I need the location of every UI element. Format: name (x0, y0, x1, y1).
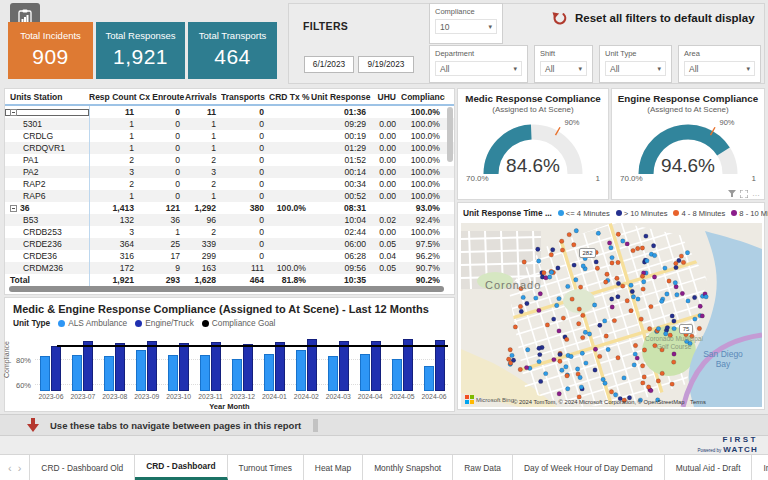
map-incident-dot[interactable] (633, 343, 637, 347)
kpi-card[interactable]: Total Incidents909 (8, 22, 93, 79)
matrix-value-cell[interactable]: 0 (221, 119, 269, 129)
gauge-arc[interactable]: 90%84.6% (460, 114, 606, 178)
matrix-value-cell[interactable]: 9 (139, 263, 185, 273)
matrix-value-cell[interactable]: 111 (221, 263, 269, 273)
matrix-station-cell[interactable]: CRDLG (5, 131, 89, 141)
gauge-arc[interactable]: 90%94.6% (615, 114, 761, 178)
map-incident-dot[interactable] (672, 319, 676, 323)
bar-als-ambulance[interactable] (264, 354, 274, 391)
matrix-value-cell[interactable]: 380 (221, 203, 269, 213)
matrix-value-cell[interactable]: 100.0% (401, 167, 445, 177)
matrix-value-cell[interactable]: 100.0% (401, 143, 445, 153)
map-incident-dot[interactable] (636, 297, 640, 301)
matrix-value-cell[interactable]: 1 (185, 191, 221, 201)
map-incident-dot[interactable] (581, 313, 585, 317)
map-incident-dot[interactable] (593, 347, 597, 351)
map-incident-dot[interactable] (681, 260, 685, 264)
map-incident-dot[interactable] (524, 365, 528, 369)
map-incident-dot[interactable] (673, 281, 677, 285)
matrix-value-cell[interactable]: 00:52 (311, 191, 371, 201)
bar-als-ambulance[interactable] (72, 355, 82, 391)
bar-engine-truck[interactable] (115, 343, 125, 391)
matrix-value-cell[interactable]: 100.0% (401, 107, 445, 117)
matrix-value-cell[interactable]: 0.00 (371, 155, 401, 165)
map-incident-dot[interactable] (537, 259, 541, 263)
matrix-value-cell[interactable]: 0 (139, 107, 185, 117)
matrix-value-cell[interactable]: 0.00 (371, 191, 401, 201)
matrix-value-cell[interactable]: 0 (221, 179, 269, 189)
map-incident-dot[interactable] (569, 354, 573, 358)
matrix-value-cell[interactable]: 2 (89, 155, 139, 165)
matrix-value-cell[interactable]: 0 (221, 131, 269, 141)
map-incident-dot[interactable] (538, 352, 542, 356)
matrix-value-cell[interactable]: 3 (89, 167, 139, 177)
map-incident-dot[interactable] (583, 330, 587, 334)
matrix-value-cell[interactable]: 09:56 (311, 263, 371, 273)
map-incident-dot[interactable] (603, 381, 607, 385)
map-incident-dot[interactable] (665, 325, 669, 329)
matrix-station-cell[interactable]: 5301 (5, 119, 89, 129)
map-incident-dot[interactable] (557, 296, 561, 300)
matrix-value-cell[interactable]: 0 (139, 143, 185, 153)
map-incident-dot[interactable] (522, 260, 526, 264)
map-incident-dot[interactable] (508, 348, 512, 352)
bar-engine-truck[interactable] (435, 340, 445, 391)
matrix-value-cell[interactable]: 0 (221, 251, 269, 261)
matrix-value-cell[interactable]: 1 (185, 119, 221, 129)
map-incident-dot[interactable] (555, 303, 559, 307)
map-incident-dot[interactable] (596, 231, 600, 235)
tab-raw-data[interactable]: Raw Data (453, 455, 513, 480)
matrix-value-cell[interactable]: 1,628 (185, 275, 221, 285)
matrix-value-cell[interactable]: 1,413 (89, 203, 139, 213)
map-incident-dot[interactable] (621, 239, 625, 243)
matrix-station-cell[interactable]: RAP2 (5, 179, 89, 189)
matrix-value-cell[interactable]: 1 (185, 131, 221, 141)
matrix-value-cell[interactable]: 100.0% (269, 263, 311, 273)
map-incident-dot[interactable] (519, 286, 523, 290)
matrix-value-cell[interactable]: 0 (221, 227, 269, 237)
matrix-value-cell[interactable]: 0 (221, 167, 269, 177)
bar-als-ambulance[interactable] (328, 356, 338, 391)
kpi-card[interactable]: Total Responses1,921 (96, 22, 185, 79)
collapse-icon[interactable] (10, 109, 17, 116)
map-incident-dot[interactable] (537, 346, 541, 350)
bar-engine-truck[interactable] (243, 344, 253, 391)
map-incident-dot[interactable] (539, 379, 543, 383)
matrix-station-cell[interactable]: CRDM236 (5, 263, 89, 273)
matrix-value-cell[interactable]: 96.2% (401, 251, 445, 261)
matrix-value-cell[interactable]: 01:52 (311, 155, 371, 165)
matrix-value-cell[interactable]: 08:31 (311, 203, 371, 213)
map-incident-dot[interactable] (581, 264, 585, 268)
map-incident-dot[interactable] (572, 263, 576, 267)
tab-inc-count-resp-performance[interactable]: Inc Count & Resp Performance (752, 455, 768, 480)
bar-engine-truck[interactable] (51, 346, 61, 391)
matrix-value-cell[interactable]: 11 (185, 107, 221, 117)
matrix-value-cell[interactable]: 0.00 (371, 143, 401, 153)
matrix-value-cell[interactable]: 0.05 (371, 239, 401, 249)
matrix-value-cell[interactable]: 2 (185, 179, 221, 189)
bing-map[interactable]: Coronado Coronado Municipal Golf Course … (461, 223, 762, 407)
matrix-value-cell[interactable]: 00:14 (311, 167, 371, 177)
map-incident-dot[interactable] (606, 347, 610, 351)
map-incident-dot[interactable] (621, 284, 625, 288)
map-incident-dot[interactable] (581, 335, 585, 339)
tab-monthly-snapshot[interactable]: Monthly Snapshot (363, 455, 453, 480)
matrix-value-cell[interactable]: 0 (221, 107, 269, 117)
map-incident-dot[interactable] (583, 251, 587, 255)
map-incident-dot[interactable] (513, 325, 517, 329)
map-incident-dot[interactable] (574, 229, 578, 233)
map-incident-dot[interactable] (578, 375, 582, 379)
matrix-value-cell[interactable]: 0.00 (371, 227, 401, 237)
bar-als-ambulance[interactable] (168, 355, 178, 391)
map-incident-dot[interactable] (537, 359, 541, 363)
map-incident-dot[interactable] (647, 327, 651, 331)
map-incident-dot[interactable] (680, 291, 684, 295)
bar-als-ambulance[interactable] (232, 359, 242, 391)
matrix-value-cell[interactable]: 0 (221, 155, 269, 165)
map-incident-dot[interactable] (656, 326, 660, 330)
tab-mutual-aid-draft[interactable]: Mutual Aid - Draft (665, 455, 753, 480)
map-incident-dot[interactable] (641, 381, 645, 385)
matrix-value-cell[interactable]: 0 (139, 131, 185, 141)
tab-crd-dashboard[interactable]: CRD - Dashboard (135, 455, 227, 480)
map-incident-dot[interactable] (609, 246, 613, 250)
